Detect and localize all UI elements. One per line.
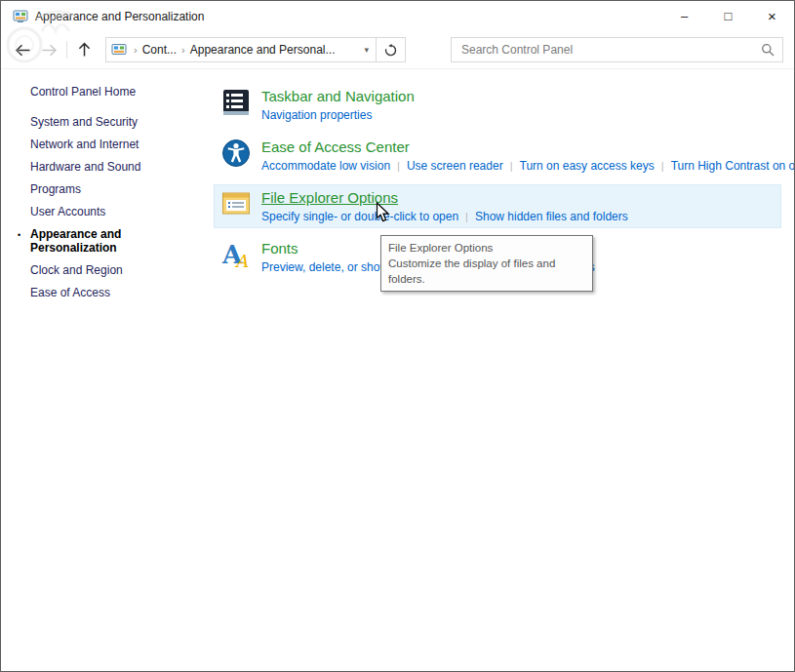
active-item-bullet: • bbox=[18, 228, 20, 242]
tooltip: File Explorer Options Customize the disp… bbox=[380, 235, 593, 292]
tooltip-body: Customize the display of files and folde… bbox=[388, 256, 585, 287]
link-separator: | bbox=[661, 160, 664, 172]
tooltip-title: File Explorer Options bbox=[388, 240, 585, 256]
back-button[interactable] bbox=[12, 39, 33, 60]
control-panel-icon bbox=[111, 42, 127, 58]
link-separator: | bbox=[397, 160, 400, 172]
minimize-button[interactable]: – bbox=[662, 1, 706, 31]
task-link-show-hidden-files-and-folders[interactable]: Show hidden files and folders bbox=[475, 210, 628, 223]
refresh-icon bbox=[384, 44, 397, 57]
file-explorer-options-icon[interactable] bbox=[220, 188, 252, 219]
control-panel-app-icon bbox=[13, 9, 28, 24]
taskbar-and-navigation-icon[interactable] bbox=[220, 87, 252, 118]
category-title-file-explorer-options[interactable]: File Explorer Options bbox=[261, 188, 398, 207]
sidebar-item-programs[interactable]: Programs bbox=[30, 182, 177, 196]
sidebar-item-hardware-and-sound[interactable]: Hardware and Sound bbox=[30, 160, 177, 174]
forward-arrow-icon bbox=[41, 43, 58, 58]
breadcrumb-item-appearance[interactable]: Appearance and Personal... bbox=[190, 43, 336, 57]
category-row-ease-of-access-center: Ease of Access CenterAccommodate low vis… bbox=[214, 134, 781, 178]
task-links-taskbar-and-navigation: Navigation properties bbox=[261, 107, 415, 123]
sidebar: Control Panel Home System and SecurityNe… bbox=[1, 69, 208, 671]
search-input[interactable] bbox=[459, 42, 755, 58]
maximize-button[interactable]: □ bbox=[706, 1, 750, 31]
sidebar-item-network-and-internet[interactable]: Network and Internet bbox=[30, 138, 177, 151]
task-link-accommodate-low-vision[interactable]: Accommodate low vision bbox=[261, 159, 390, 173]
breadcrumb-item-control-panel[interactable]: Cont... bbox=[142, 43, 177, 57]
breadcrumb-chevron: › bbox=[177, 44, 190, 56]
refresh-button[interactable] bbox=[377, 37, 406, 62]
address-bar: › Cont... › Appearance and Personal... ▾ bbox=[105, 37, 406, 62]
title-bar[interactable]: Appearance and Personalization – □ × bbox=[1, 1, 794, 31]
toolbar-divider bbox=[66, 41, 67, 59]
window-controls: – □ × bbox=[662, 1, 794, 31]
category-title-ease-of-access-center[interactable]: Ease of Access Center bbox=[261, 138, 410, 156]
close-button[interactable]: × bbox=[750, 1, 794, 31]
task-link-turn-on-easy-access-keys[interactable]: Turn on easy access keys bbox=[520, 159, 655, 173]
task-link-navigation-properties[interactable]: Navigation properties bbox=[261, 108, 372, 122]
category-title-fonts[interactable]: Fonts bbox=[261, 239, 298, 257]
link-separator: | bbox=[510, 160, 513, 172]
search-icon[interactable] bbox=[761, 43, 775, 57]
up-button[interactable] bbox=[73, 39, 95, 60]
task-links-ease-of-access-center: Accommodate low vision|Use screen reader… bbox=[261, 158, 730, 174]
task-links-file-explorer-options: Specify single- or double-click to open|… bbox=[261, 209, 628, 224]
category-row-file-explorer-options: File Explorer OptionsSpecify single- or … bbox=[214, 184, 781, 228]
task-link-use-screen-reader[interactable]: Use screen reader bbox=[407, 159, 503, 173]
search-box bbox=[451, 37, 783, 62]
sidebar-item-clock-and-region[interactable]: Clock and Region bbox=[30, 263, 177, 277]
breadcrumb-chevron: › bbox=[129, 44, 142, 56]
control-panel-window: Appearance and Personalization – □ × bbox=[0, 0, 795, 672]
sidebar-item-system-and-security[interactable]: System and Security bbox=[30, 115, 177, 129]
sidebar-item-user-accounts[interactable]: User Accounts bbox=[30, 205, 177, 218]
sidebar-item-ease-of-access[interactable]: Ease of Access bbox=[30, 286, 177, 299]
breadcrumb[interactable]: › Cont... › Appearance and Personal... ▾ bbox=[105, 37, 377, 62]
link-separator: | bbox=[465, 211, 468, 222]
breadcrumb-dropdown-chevron-icon[interactable]: ▾ bbox=[362, 45, 371, 55]
up-arrow-icon bbox=[77, 42, 92, 58]
category-title-taskbar-and-navigation[interactable]: Taskbar and Navigation bbox=[261, 87, 415, 105]
sidebar-item-control-panel-home[interactable]: Control Panel Home bbox=[30, 85, 200, 99]
category-row-taskbar-and-navigation: Taskbar and NavigationNavigation propert… bbox=[214, 83, 781, 127]
sidebar-item-appearance-and-personalization[interactable]: •Appearance and Personalization bbox=[30, 227, 177, 255]
fonts-icon[interactable]: A A bbox=[220, 239, 252, 270]
ease-of-access-icon[interactable] bbox=[220, 138, 252, 169]
svg-text:A: A bbox=[234, 251, 249, 270]
sidebar-nav: System and SecurityNetwork and InternetH… bbox=[30, 115, 200, 299]
task-link-specify-single-or-double-click-to-open[interactable]: Specify single- or double-click to open bbox=[261, 210, 458, 223]
task-link-turn-high-contrast-on-or-off[interactable]: Turn High Contrast on or off bbox=[671, 159, 795, 173]
forward-button[interactable] bbox=[38, 39, 60, 60]
back-arrow-icon bbox=[15, 43, 31, 58]
navigation-bar: › Cont... › Appearance and Personal... ▾ bbox=[1, 31, 794, 69]
window-title: Appearance and Personalization bbox=[35, 10, 204, 23]
